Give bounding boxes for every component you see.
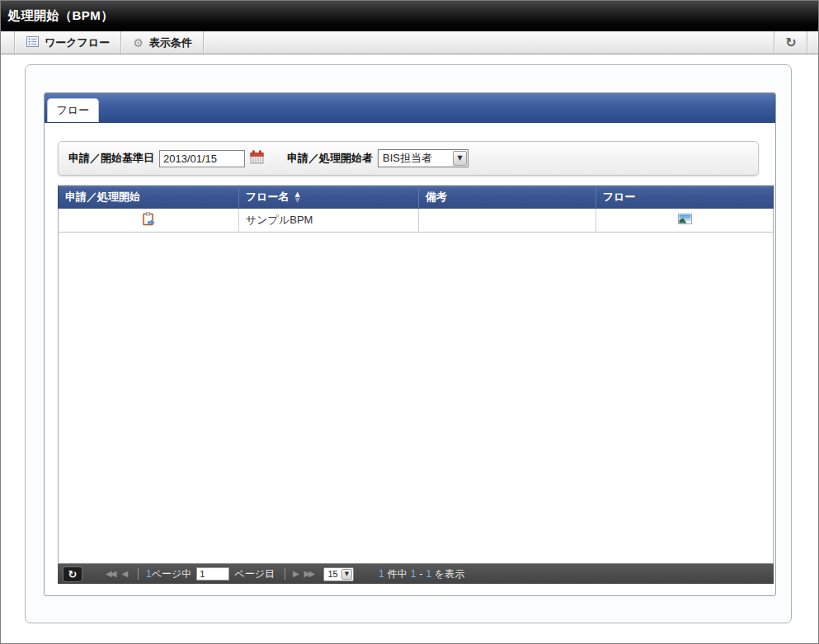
left-arrow-icon: ◀ xyxy=(121,569,128,578)
pagination-bar: ↻ ◀◀ ◀ 1 ページ中 ページ目 xyxy=(58,563,774,584)
remarks-cell xyxy=(419,209,596,232)
page-suffix-label: ページ目 xyxy=(234,567,275,581)
clipboard-start-icon xyxy=(142,212,155,229)
col-header-flow-name[interactable]: フロー名 ▲ ▼ xyxy=(239,186,419,208)
starter-label: 申請／処理開始者 xyxy=(287,151,373,166)
record-unit-label: 件中 xyxy=(388,567,407,581)
calendar-button[interactable] xyxy=(250,150,264,167)
record-range-separator: - xyxy=(419,568,422,580)
per-page-select[interactable]: 15 ▼ xyxy=(323,567,354,581)
tab-flow[interactable]: フロー xyxy=(47,98,99,122)
list-form-icon xyxy=(26,36,39,49)
application-window: 処理開始（BPM） ワークフロー ⚙ 表示条件 ↻ xyxy=(0,0,819,644)
table-header-row: 申請／処理開始 フロー名 ▲ ▼ 備考 xyxy=(58,186,774,209)
triangle-down-icon: ▼ xyxy=(295,197,300,203)
record-suffix-label: を表示 xyxy=(435,567,464,581)
title-bar: 処理開始（BPM） xyxy=(1,1,818,31)
record-total: 1 xyxy=(379,568,384,580)
prev-page-button[interactable]: ◀ xyxy=(121,570,128,578)
toolbar-spacer xyxy=(808,31,818,54)
refresh-icon: ↻ xyxy=(785,36,796,49)
toolbar-refresh-button[interactable]: ↻ xyxy=(775,31,807,54)
flow-image-button[interactable] xyxy=(678,214,692,227)
flow-image-icon xyxy=(678,214,692,227)
col-header-flow: フロー xyxy=(596,186,773,208)
starter-select[interactable]: BIS担当者 ▼ xyxy=(378,149,468,167)
col-header-remarks: 備考 xyxy=(419,186,596,208)
chevron-down-icon: ▼ xyxy=(341,569,352,580)
pages-middle-label: ページ中 xyxy=(152,567,192,581)
flow-table: 申請／処理開始 フロー名 ▲ ▼ 備考 xyxy=(58,186,774,584)
tab-flow-label: フロー xyxy=(57,103,90,118)
tab-content: 申請／開始基準日 xyxy=(45,123,775,595)
tab-bar: フロー xyxy=(45,93,775,123)
gear-icon: ⚙ xyxy=(133,37,144,49)
starter-select-value: BIS担当者 xyxy=(379,151,453,166)
toolbar-spacer xyxy=(1,31,14,54)
page-title: 処理開始（BPM） xyxy=(8,8,114,24)
pagination-refresh-button[interactable]: ↻ xyxy=(63,566,82,582)
pagination-separator xyxy=(285,568,285,580)
workflow-button[interactable]: ワークフロー xyxy=(16,31,120,54)
display-conditions-button-label: 表示条件 xyxy=(149,35,192,50)
current-page-input[interactable] xyxy=(196,567,229,581)
workflow-button-label: ワークフロー xyxy=(45,35,110,50)
last-page-button[interactable]: ▶▶ xyxy=(304,570,313,578)
next-page-button[interactable]: ▶ xyxy=(293,570,299,578)
flow-cell xyxy=(596,209,773,232)
double-right-arrow-icon: ▶▶ xyxy=(304,569,313,578)
table-empty-area xyxy=(58,233,774,563)
tab-panel: フロー 申請／開始基準日 xyxy=(44,92,776,596)
table-row: サンプルBPM xyxy=(58,209,774,233)
col-header-process-start: 申請／処理開始 xyxy=(59,186,239,208)
record-from: 1 xyxy=(411,568,417,580)
right-arrow-icon: ▶ xyxy=(293,569,299,578)
calendar-icon xyxy=(250,150,264,167)
search-criteria-panel: 申請／開始基準日 xyxy=(58,141,759,176)
first-page-button[interactable]: ◀◀ xyxy=(106,570,115,578)
display-conditions-button[interactable]: ⚙ 表示条件 xyxy=(122,31,203,54)
start-process-button[interactable] xyxy=(142,212,155,229)
per-page-value: 15 xyxy=(324,569,341,579)
sort-indicator: ▲ ▼ xyxy=(295,191,300,203)
chevron-down-icon: ▼ xyxy=(453,151,467,166)
process-start-cell xyxy=(59,209,239,232)
toolbar: ワークフロー ⚙ 表示条件 ↻ xyxy=(1,31,818,54)
pagination-separator xyxy=(138,568,139,580)
record-count: 1 件中 1 - 1 を表示 xyxy=(379,567,464,581)
content-panel: フロー 申請／開始基準日 xyxy=(25,64,792,623)
base-date-input[interactable] xyxy=(159,150,245,167)
refresh-icon: ↻ xyxy=(68,569,78,580)
double-left-arrow-icon: ◀◀ xyxy=(106,569,115,578)
flow-name-cell: サンプルBPM xyxy=(239,209,419,232)
base-date-label: 申請／開始基準日 xyxy=(68,151,154,166)
total-pages: 1 xyxy=(146,568,152,580)
toolbar-spacer xyxy=(205,31,774,54)
record-to: 1 xyxy=(426,568,431,580)
